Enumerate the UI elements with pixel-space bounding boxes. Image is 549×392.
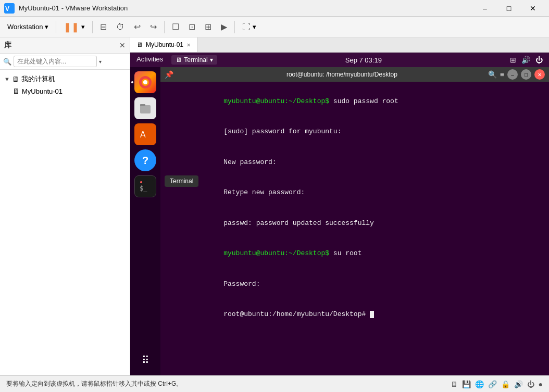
terminal-menu-button[interactable]: 🖥 Terminal ▾ <box>171 55 217 65</box>
terminal-close-button[interactable]: ✕ <box>534 69 545 80</box>
unity-button[interactable]: ⊡ <box>184 20 199 34</box>
vm-name-label: MyUbuntu-01 <box>22 87 63 95</box>
my-computer-item[interactable]: ▼ 🖥 我的计算机 <box>0 73 130 85</box>
terminal-menu-arrow: ▾ <box>210 56 213 64</box>
console-icon: ▶ <box>221 22 227 32</box>
terminal-line-5: passwd: password updated successfully <box>167 208 543 238</box>
terminal-hamburger-button[interactable]: ≡ <box>500 70 504 79</box>
terminal-body[interactable]: myubuntu@ubuntu:~/Desktop$ sudo passwd r… <box>160 82 549 375</box>
terminal-prompt-root: root@ubuntu:/home/myubuntu/Desktop# <box>223 310 370 318</box>
sidebar-tree: ▼ 🖥 我的计算机 🖥 MyUbuntu-01 <box>0 70 130 100</box>
dock-help-icon[interactable]: ? <box>134 149 156 171</box>
activities-button[interactable]: Activities <box>136 55 163 65</box>
minimize-button[interactable]: – <box>473 0 497 17</box>
vm-tab-icon: 🖥 <box>136 41 143 48</box>
toolbar-separator-3 <box>164 21 165 33</box>
terminal-line-4: Retype new password: <box>167 178 543 208</box>
fit-guest-button[interactable]: ⛶ ▾ <box>238 20 260 34</box>
search-icon: 🔍 <box>3 58 11 66</box>
ctrlaltdel-icon: ⊟ <box>100 22 107 32</box>
status-bar-right: 🖥 💾 🌐 🔗 🔒 🔊 ⏻ ● <box>451 380 543 388</box>
svg-point-4 <box>143 80 147 84</box>
fullscreen-icon: ☐ <box>172 22 179 32</box>
terminal-titlebar: 📌 root@ubuntu: /home/myubuntu/Desktop 🔍 … <box>160 67 549 82</box>
pause-icon: ❚❚ <box>64 21 79 33</box>
status-dot-icon: ● <box>539 380 543 388</box>
sidebar: 库 ✕ 🔍 ▾ ▼ 🖥 我的计算机 🖥 MyUbuntu-01 <box>0 37 130 375</box>
apps-grid-icon: ⠿ <box>142 354 149 366</box>
close-button[interactable]: ✕ <box>521 0 545 17</box>
terminal-line-7: Password: <box>167 269 543 299</box>
vm-desktop: A ? $_ Terminal <box>130 67 549 375</box>
terminal-output-7: Password: <box>223 280 260 288</box>
status-network-icon: 🌐 <box>475 380 484 388</box>
toolbar-separator-2 <box>92 21 93 33</box>
terminal-maximize-button[interactable]: □ <box>521 69 531 80</box>
status-power-icon: ⏻ <box>527 380 534 388</box>
vm-tab-myubuntu[interactable]: 🖥 MyUbuntu-01 ✕ <box>130 37 197 52</box>
dock-apps-grid-icon[interactable]: ⠿ <box>134 349 156 371</box>
fullscreen-button[interactable]: ☐ <box>168 20 183 34</box>
status-sound-icon: 🔊 <box>514 380 523 388</box>
terminal-window: 📌 root@ubuntu: /home/myubuntu/Desktop 🔍 … <box>160 67 549 375</box>
share-button[interactable]: ↪ <box>146 20 161 34</box>
revert-button[interactable]: ↩ <box>130 20 145 34</box>
terminal-output-3: New password: <box>223 158 276 166</box>
terminal-titlebar-right: 🔍 ≡ – □ ✕ <box>488 69 545 80</box>
vmware-icon: V <box>4 3 15 14</box>
dock-appstore-icon[interactable]: A <box>134 123 156 145</box>
terminal-line-1: myubuntu@ubuntu:~/Desktop$ sudo passwd r… <box>167 86 543 117</box>
vm-tab-close-button[interactable]: ✕ <box>186 42 191 48</box>
sidebar-header: 库 ✕ <box>0 37 130 54</box>
unity-icon: ⊡ <box>189 22 195 32</box>
sidebar-search-bar: 🔍 ▾ <box>0 54 130 70</box>
search-dropdown-icon[interactable]: ▾ <box>99 59 102 65</box>
ubuntu-topbar: Activities 🖥 Terminal ▾ Sep 7 03:19 ⊞ 🔊 … <box>130 53 549 67</box>
vm-terminal: 📌 root@ubuntu: /home/myubuntu/Desktop 🔍 … <box>160 67 549 375</box>
terminal-minimize-button[interactable]: – <box>507 69 518 80</box>
toolbar-separator-4 <box>234 21 235 33</box>
sound-icon[interactable]: 🔊 <box>521 56 530 64</box>
svg-point-10 <box>140 181 142 183</box>
vm-icon: 🖥 <box>13 87 20 95</box>
status-message: 要将输入定向到该虚拟机，请将鼠标指针移入其中或按 Ctrl+G。 <box>6 380 182 388</box>
power-icon[interactable]: ⏻ <box>535 56 543 64</box>
my-computer-label: 我的计算机 <box>21 74 55 84</box>
terminal-line-3: New password: <box>167 147 543 178</box>
snapshot-button[interactable]: ⏱ <box>112 20 129 34</box>
status-network2-icon: 🔗 <box>488 380 497 388</box>
terminal-dock-label: Terminal <box>165 175 198 187</box>
vm-tabbar: 🖥 MyUbuntu-01 ✕ <box>130 37 549 53</box>
workstation-label: Workstation <box>7 23 43 31</box>
share-icon: ↪ <box>150 22 157 32</box>
network-icon[interactable]: ⊞ <box>510 56 516 64</box>
terminal-line-8: root@ubuntu:/home/myubuntu/Desktop# <box>167 299 543 330</box>
pause-button[interactable]: ❚❚ ▾ <box>59 19 89 35</box>
terminal-search-button[interactable]: 🔍 <box>488 70 497 79</box>
terminal-prompt-1: myubuntu@ubuntu:~/Desktop$ <box>223 97 329 105</box>
dock-terminal-icon[interactable]: $_ <box>134 175 156 197</box>
vm-area: 🖥 MyUbuntu-01 ✕ Activities 🖥 Terminal ▾ … <box>130 37 549 375</box>
title-bar: V MyUbuntu-01 - VMware Workstation – □ ✕ <box>0 0 549 17</box>
console-button[interactable]: ▶ <box>217 20 231 34</box>
terminal-pin-button[interactable]: 📌 <box>165 70 173 79</box>
dock-files-icon[interactable] <box>134 97 156 119</box>
ubuntu-topbar-left: Activities 🖥 Terminal ▾ <box>136 55 217 65</box>
revert-icon: ↩ <box>134 22 141 32</box>
svg-text:V: V <box>5 5 9 12</box>
maximize-button[interactable]: □ <box>497 0 521 17</box>
view-button[interactable]: ⊞ <box>201 20 216 34</box>
sidebar-close-button[interactable]: ✕ <box>119 41 126 49</box>
vm-item-myubuntu[interactable]: 🖥 MyUbuntu-01 <box>0 85 130 97</box>
sidebar-search-input[interactable] <box>14 56 97 67</box>
terminal-menu-label: Terminal <box>184 56 207 64</box>
workstation-menu-button[interactable]: Workstation ▾ <box>3 21 53 33</box>
collapse-icon: ▼ <box>4 76 10 82</box>
svg-text:$_: $_ <box>140 185 147 192</box>
dock-firefox-icon[interactable] <box>134 71 156 93</box>
snapshot-icon: ⏱ <box>116 22 124 32</box>
pause-dropdown-icon: ▾ <box>81 23 85 31</box>
send-ctrlaltdel-button[interactable]: ⊟ <box>96 20 111 34</box>
terminal-line-6: myubuntu@ubuntu:~/Desktop$ su root <box>167 238 543 269</box>
dock: A ? $_ Terminal <box>130 67 160 375</box>
